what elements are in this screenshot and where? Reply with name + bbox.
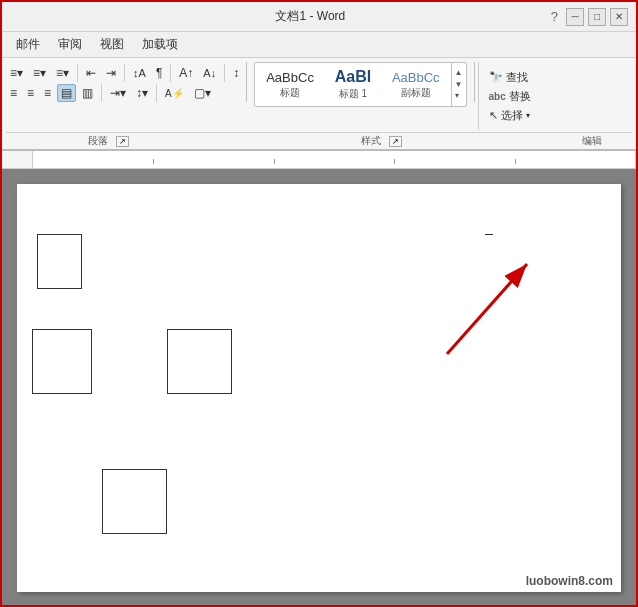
style-heading1-label: 标题 1 — [339, 87, 367, 101]
menu-view[interactable]: 视图 — [92, 34, 132, 55]
multilevel-list-btn[interactable]: ≡▾ — [52, 64, 73, 82]
style-heading1-preview: AaBl — [335, 68, 371, 86]
sort-btn[interactable]: ↕A — [129, 64, 150, 82]
scroll-up-icon[interactable]: ▲ — [454, 67, 464, 79]
style-items: AaBbCc 标题 AaBl 标题 1 AaBbCc 副标题 — [255, 63, 450, 106]
styles-scroll: ▲ ▼ ▾ — [451, 63, 466, 106]
styles-label-row: 样式 ↗ — [206, 133, 552, 149]
ribbon: ≡▾ ≡▾ ≡▾ ⇤ ⇥ ↕A ¶ A↑ A↓ ↕ ≡ ≡ ≡ ▤ — [2, 58, 636, 151]
rect-2 — [32, 329, 92, 394]
separator1 — [246, 62, 247, 102]
separator2 — [474, 62, 475, 102]
maximize-button[interactable]: □ — [588, 8, 606, 26]
menu-review[interactable]: 审阅 — [50, 34, 90, 55]
select-label: 选择 — [501, 108, 523, 123]
ruler-inner — [32, 151, 636, 168]
highlight-color-btn[interactable]: A⚡ — [161, 84, 188, 102]
rect-3 — [167, 329, 232, 394]
replace-button[interactable]: abc 替换 — [485, 87, 535, 106]
editing-label-row: 编辑 — [552, 133, 632, 149]
font-size-up-btn[interactable]: A↑ — [175, 64, 197, 82]
style-heading-label: 标题 — [280, 86, 300, 100]
document-area: luobowin8.com — [2, 169, 636, 607]
increase-indent-btn[interactable]: ⇥ — [102, 64, 120, 82]
justify-btn[interactable]: ▤ — [57, 84, 76, 102]
style-heading-preview: AaBbCc — [266, 70, 314, 85]
paragraph-expand-icon[interactable]: ↗ — [116, 136, 129, 147]
rect-1 — [37, 234, 82, 289]
align-right-btn[interactable]: ≡ — [40, 84, 55, 102]
style-heading1[interactable]: AaBl 标题 1 — [323, 65, 383, 104]
decrease-indent-btn[interactable]: ⇤ — [82, 64, 100, 82]
editing-label: 编辑 — [578, 133, 606, 149]
close-button[interactable]: ✕ — [610, 8, 628, 26]
ribbon-row2: ≡ ≡ ≡ ▤ ▥ ⇥▾ ↕▾ A⚡ ▢▾ — [6, 84, 243, 102]
line-spacing-btn[interactable]: ↕ — [229, 64, 243, 82]
paragraph-label-row: 段落 ↗ — [6, 133, 206, 149]
select-dropdown-icon: ▾ — [526, 111, 530, 120]
styles-expand-icon[interactable]: ↗ — [389, 136, 402, 147]
paragraph-group: ≡▾ ≡▾ ≡▾ ⇤ ⇥ ↕A ¶ A↑ A↓ ↕ ≡ ≡ ≡ ▤ — [6, 62, 243, 130]
ruler-mark-4 — [515, 159, 516, 164]
column-btn[interactable]: ▥ — [78, 84, 97, 102]
title-bar: 文档1 - Word ? ─ □ ✕ — [2, 2, 636, 32]
style-subtitle-preview: AaBbCc — [392, 70, 440, 85]
style-subtitle-label: 副标题 — [401, 86, 431, 100]
replace-label: 替换 — [509, 89, 531, 104]
svg-line-1 — [447, 264, 527, 354]
styles-section: AaBbCc 标题 AaBl 标题 1 AaBbCc 副标题 ▲ ▼ ▾ — [250, 62, 470, 130]
ribbon-content: ≡▾ ≡▾ ≡▾ ⇤ ⇥ ↕A ¶ A↑ A↓ ↕ ≡ ≡ ≡ ▤ — [6, 62, 632, 130]
cursor-indicator — [485, 234, 493, 235]
ribbon-labels: 段落 ↗ 样式 ↗ 编辑 — [6, 132, 632, 149]
binoculars-icon: 🔭 — [489, 71, 503, 84]
paragraph-label: 段落 — [84, 133, 112, 149]
select-button[interactable]: ↖ 选择 ▾ — [485, 106, 535, 125]
bullet-list-btn[interactable]: ≡▾ — [6, 64, 27, 82]
ruler-mark-1 — [153, 159, 154, 164]
spacing-settings-btn[interactable]: ↕▾ — [132, 84, 152, 102]
border-btn[interactable]: ▢▾ — [190, 84, 215, 102]
style-subtitle[interactable]: AaBbCc 副标题 — [385, 67, 447, 103]
menu-addins[interactable]: 加载项 — [134, 34, 186, 55]
title-text: 文档1 - Word — [70, 8, 551, 25]
replace-icon: abc — [489, 91, 506, 102]
align-left-btn[interactable]: ≡ — [6, 84, 21, 102]
editing-section: 🔭 查找 abc 替换 ↖ 选择 ▾ — [478, 62, 541, 130]
minimize-button[interactable]: ─ — [566, 8, 584, 26]
scroll-down-icon[interactable]: ▼ — [454, 79, 464, 91]
cursor-icon: ↖ — [489, 109, 498, 122]
menu-bar: 邮件 审阅 视图 加载项 — [2, 32, 636, 58]
help-button[interactable]: ? — [551, 9, 558, 24]
az-sort-btn[interactable]: A↓ — [199, 64, 220, 82]
watermark: luobowin8.com — [526, 574, 613, 588]
style-heading[interactable]: AaBbCc 标题 — [259, 67, 321, 103]
scroll-more-icon[interactable]: ▾ — [454, 90, 464, 102]
ruler-mark-3 — [394, 159, 395, 164]
align-center-btn[interactable]: ≡ — [23, 84, 38, 102]
indent-settings-btn[interactable]: ⇥▾ — [106, 84, 130, 102]
title-controls: ? ─ □ ✕ — [551, 8, 628, 26]
styles-label: 样式 — [357, 133, 385, 149]
rect-4 — [102, 469, 167, 534]
ruler — [2, 151, 636, 169]
styles-gallery: AaBbCc 标题 AaBl 标题 1 AaBbCc 副标题 ▲ ▼ ▾ — [254, 62, 466, 107]
numbered-list-btn[interactable]: ≡▾ — [29, 64, 50, 82]
ribbon-row1: ≡▾ ≡▾ ≡▾ ⇤ ⇥ ↕A ¶ A↑ A↓ ↕ — [6, 64, 243, 82]
menu-mail[interactable]: 邮件 — [8, 34, 48, 55]
ruler-mark-2 — [274, 159, 275, 164]
document-page[interactable]: luobowin8.com — [17, 184, 621, 592]
find-label: 查找 — [506, 70, 528, 85]
find-button[interactable]: 🔭 查找 — [485, 68, 535, 87]
show-marks-btn[interactable]: ¶ — [152, 64, 166, 82]
